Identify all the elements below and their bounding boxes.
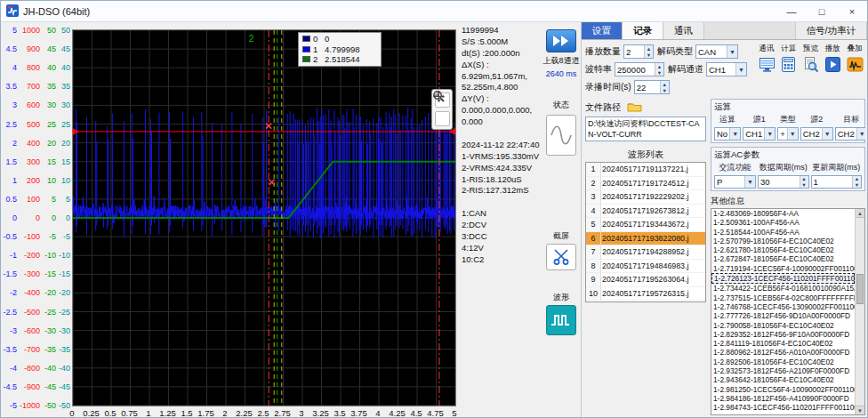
play-count-spinner[interactable]: 2 ▲▼ (623, 44, 654, 59)
tab-record[interactable]: 记录 (623, 22, 663, 39)
decode-channel-select[interactable]: CH1 ▼ (706, 62, 747, 76)
scroll-up-icon[interactable]: ▲ (856, 209, 864, 218)
scrollbar-thumb[interactable] (856, 274, 864, 304)
tab-signal-power-meter[interactable]: 信号/功率计 (795, 22, 867, 39)
waveform-button[interactable] (546, 305, 576, 335)
spin-down-icon[interactable]: ▼ (645, 52, 653, 58)
other-info-item[interactable]: 1-2.719194-1CEC56F4-10090002FF001100 (711, 264, 855, 273)
other-info-item[interactable]: 1-2.483069-180956F4-AA (711, 209, 855, 218)
chevron-down-icon[interactable]: ▼ (822, 128, 832, 140)
other-info-item[interactable]: 1-2.570799-181056F4-EC10C40E02 (711, 237, 855, 245)
waveform-list-item[interactable]: 42024051717192673812.j (586, 205, 705, 219)
overlay-icon[interactable] (847, 56, 864, 73)
spin-down-icon[interactable]: ▼ (655, 69, 663, 76)
other-info-item[interactable]: 1-2.892506-181056F4-EC10C40E02 (711, 358, 855, 366)
baud-spinner[interactable]: 250000 ▲▼ (615, 62, 664, 76)
chevron-down-icon[interactable]: ▼ (744, 176, 755, 188)
channel-legend[interactable]: 0014.79999822.518544 (298, 32, 382, 67)
tab-communication[interactable]: 通讯 (663, 22, 704, 39)
minimize-icon[interactable]: — (776, 1, 807, 21)
waveform-plot[interactable]: 2 0014.79999822.518544 (72, 29, 456, 406)
other-info-item[interactable]: 1-2.880962-1812F456-A010A00F0000FD (711, 348, 855, 357)
other-info-item[interactable]: 1-2.726123-1CECF456-110201FFFF001100 (711, 273, 855, 284)
other-info-item[interactable]: 1-2.984186-1812F456-A410990F0000FD (711, 394, 855, 403)
record-time-arrows[interactable]: ▲▼ (660, 81, 669, 93)
preview-icon[interactable] (802, 56, 819, 73)
other-info-item[interactable]: 1-2.981250-1CEC56F4-10090002FF001100 (711, 385, 855, 394)
other-info-item[interactable]: 1-2.621780-181056F4-EC10C40E02 (711, 245, 855, 254)
other-info-item[interactable]: 1-2.841119-181056F4-EC10C40E02 (711, 339, 855, 348)
other-info-list[interactable]: 1-2.483069-180956F4-AA1-2.509361-100AF45… (711, 209, 855, 414)
op-source2-select[interactable]: CH2▼ (800, 127, 833, 141)
ac-function-select[interactable]: P▼ (714, 175, 756, 189)
chevron-down-icon[interactable]: ▼ (727, 45, 737, 58)
other-info-item[interactable]: 1-2.737515-1CEB56F4-02C800FFFFFFFFFF (711, 293, 855, 302)
spin-up-icon[interactable]: ▲ (655, 63, 663, 69)
ac-data-period-arrows[interactable]: ▲▼ (800, 176, 808, 188)
maximize-icon[interactable]: □ (807, 1, 837, 21)
other-info-item[interactable]: 1-2.829352-1812F456-9F10A00F0000FD (711, 330, 855, 339)
status-waveform-button[interactable] (546, 115, 576, 156)
op-type-select[interactable]: +▼ (777, 127, 799, 141)
spin-up-icon[interactable]: ▲ (645, 45, 653, 52)
spin-up-icon[interactable]: ▲ (661, 81, 669, 87)
other-info-item[interactable]: 1-2.746768-1CECF456-13090002FF001100 (711, 302, 855, 311)
folder-open-icon[interactable] (627, 101, 642, 114)
waveform-list-item[interactable]: 92024051717195263064.j (586, 273, 705, 287)
legend-row[interactable]: 22.518544 (302, 54, 377, 65)
waveform-list-item[interactable]: 52024051717193443672.j (586, 218, 705, 232)
ac-data-period-spinner[interactable]: 30▲▼ (758, 175, 808, 189)
scrollbar[interactable]: ▲ ▼ (855, 209, 864, 414)
legend-row[interactable]: 14.799998 (302, 44, 377, 55)
comm-icon[interactable] (759, 56, 776, 73)
spin-down-icon[interactable]: ▼ (661, 87, 669, 93)
waveform-list-item[interactable]: 82024051717194846983.j (586, 260, 705, 274)
play-count-arrows[interactable]: ▲▼ (644, 45, 653, 58)
waveform-list-item[interactable]: 72024051717194288952.j (586, 245, 705, 260)
other-info-item[interactable]: 1-2.943642-181056F4-EC10C40E02 (711, 375, 855, 384)
play-icon[interactable] (824, 56, 841, 73)
chevron-down-icon[interactable]: ▼ (787, 128, 798, 140)
upload-play-button[interactable] (546, 29, 576, 52)
legend-row[interactable]: 00 (302, 34, 377, 44)
scroll-down-icon[interactable]: ▼ (856, 406, 864, 414)
chevron-down-icon[interactable]: ▼ (856, 128, 865, 140)
titlebar[interactable]: JH-DSO (64bit) — □ × (1, 1, 867, 22)
file-path-value[interactable]: D:\快速访问资料\DCCTEST-CAN-VOLT-CURR (585, 117, 706, 141)
waveform-list-item[interactable]: 102024051717195726315.j (586, 287, 705, 301)
waveform-list-item[interactable]: 62024051717193822080.j (586, 232, 705, 246)
baud-arrows[interactable]: ▲▼ (655, 63, 663, 76)
chevron-down-icon[interactable]: ▼ (764, 128, 775, 140)
pan-icon[interactable] (435, 111, 450, 126)
scrollbar-track[interactable] (856, 218, 864, 406)
other-info-item[interactable]: 1-2.777726-1812F456-9D10A00F0000FD (711, 311, 855, 320)
other-info-item[interactable]: 1-2.992510-1CEB56F4-016810010090A15A (711, 413, 855, 414)
close-icon[interactable]: × (837, 1, 867, 21)
app-window: JH-DSO (64bit) — □ × 54.543.532.521.510.… (0, 0, 868, 418)
decode-type-select[interactable]: CAN ▼ (695, 44, 738, 59)
other-info-item[interactable]: 1-2.672847-181056F4-EC10C40E02 (711, 254, 855, 263)
op-target-select[interactable]: CH2▼ (835, 127, 865, 141)
other-info-item[interactable]: 1-2.790058-181056F4-EC10C40E02 (711, 321, 855, 330)
ac-update-period-arrows[interactable]: ▲▼ (852, 176, 861, 188)
other-info-item[interactable]: 1-2.984743-1CECF456-110201FFFF001100 (711, 403, 855, 412)
other-info-item[interactable]: 1-2.734422-1CEB56F4-016810010090A15A (711, 284, 855, 293)
tab-settings[interactable]: 设置 (582, 22, 623, 39)
op-source1-select[interactable]: CH1▼ (743, 127, 776, 141)
waveform-list[interactable]: 12024051717191137221.j220240517171917245… (585, 162, 706, 302)
chevron-down-icon[interactable]: ▼ (735, 63, 746, 76)
waveform-list-item[interactable]: 32024051717192229202.j (586, 190, 705, 205)
waveform-list-item[interactable]: 12024051717191137221.j (586, 163, 705, 177)
waveform-list-item[interactable]: 22024051717191724512.j (586, 177, 705, 191)
ac-update-period-spinner[interactable]: 1▲▼ (811, 175, 862, 189)
other-info-item[interactable]: 1-2.509361-100AF456-AA (711, 218, 855, 227)
op-mode-select[interactable]: No▼ (714, 127, 741, 141)
spin-down-icon[interactable]: ▼ (800, 182, 808, 189)
record-time-spinner[interactable]: 22 ▲▼ (634, 80, 670, 94)
other-info-item[interactable]: 1-2.518544-100AF456-AA (711, 228, 855, 237)
other-info-item[interactable]: 1-2.932573-1812F456-A2109F0F0000FD (711, 366, 855, 375)
calculator-icon[interactable] (780, 56, 797, 73)
screenshot-button[interactable] (546, 244, 576, 270)
chevron-down-icon[interactable]: ▼ (729, 128, 740, 140)
spin-down-icon[interactable]: ▼ (853, 182, 861, 189)
